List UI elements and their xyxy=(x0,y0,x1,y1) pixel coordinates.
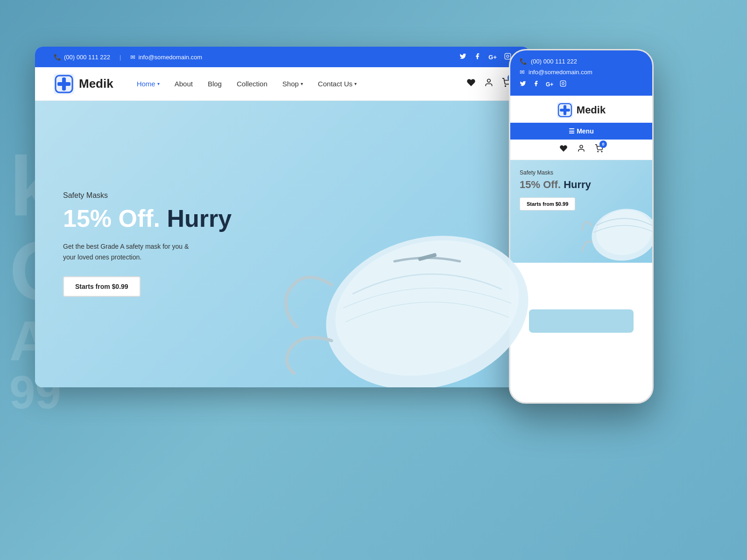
svg-point-20 xyxy=(601,151,602,152)
topbar-phone: 📞 (00) 000 111 222 xyxy=(54,54,110,61)
nav-contact[interactable]: Contact Us ▾ xyxy=(318,80,357,88)
mobile-bottom-button[interactable] xyxy=(529,309,634,333)
google-plus-icon[interactable]: G+ xyxy=(488,54,497,61)
svg-point-6 xyxy=(487,79,491,83)
mobile-account-button[interactable] xyxy=(577,144,585,155)
mobile-socials: G+ xyxy=(520,80,643,88)
mobile-cart-count: 0 xyxy=(599,140,607,148)
mobile-mask-image xyxy=(578,179,652,263)
brand-name: Medik xyxy=(79,77,113,91)
desktop-hero: Safety Masks 15% Off. Hurry Get the best… xyxy=(35,101,530,387)
hero-description: Get the best Grade A safety mask for you… xyxy=(63,241,232,262)
twitter-icon[interactable] xyxy=(459,53,466,61)
mobile-topbar: 📞 (00) 000 111 222 ✉ info@somedomain.com… xyxy=(510,50,652,96)
mobile-logo-icon xyxy=(557,102,573,118)
mobile-twitter-icon[interactable] xyxy=(520,80,526,88)
email-icon: ✉ xyxy=(130,54,135,61)
shop-dropdown-icon: ▾ xyxy=(301,81,303,86)
mobile-phone-number: (00) 000 111 222 xyxy=(531,58,577,65)
mobile-white-section xyxy=(510,263,652,309)
mobile-mockup: 📞 (00) 000 111 222 ✉ info@somedomain.com… xyxy=(509,49,654,404)
desktop-navbar: Medik Home ▾ About Blog Collection Shop … xyxy=(35,67,530,101)
mobile-instagram-icon[interactable] xyxy=(560,80,566,88)
mask-svg xyxy=(259,163,530,387)
mobile-brand-logo[interactable]: Medik xyxy=(557,102,606,118)
mobile-logo-area: Medik xyxy=(510,96,652,123)
mobile-bottom-section xyxy=(510,309,652,342)
phone-number: (00) 000 111 222 xyxy=(64,54,110,61)
nav-blog[interactable]: Blog xyxy=(208,80,222,88)
mobile-email: ✉ info@somedomain.com xyxy=(520,69,643,76)
mobile-email-address: info@somedomain.com xyxy=(529,69,592,76)
svg-point-7 xyxy=(505,86,506,87)
logo-icon xyxy=(54,74,74,94)
hero-title-part2: Hurry xyxy=(167,205,232,232)
hero-content: Safety Masks 15% Off. Hurry Get the best… xyxy=(63,191,232,297)
nav-home[interactable]: Home ▾ xyxy=(137,80,160,88)
nav-about[interactable]: About xyxy=(175,80,193,88)
account-button[interactable] xyxy=(484,78,493,90)
phone-icon: 📞 xyxy=(54,54,61,61)
svg-rect-4 xyxy=(62,77,66,91)
hero-title: 15% Off. Hurry xyxy=(63,205,232,232)
contact-dropdown-icon: ▾ xyxy=(354,81,357,86)
mobile-cart-button[interactable]: 0 xyxy=(595,144,603,155)
nav-action-icons: 0 xyxy=(466,78,511,90)
mobile-nav-icons: 0 xyxy=(510,140,652,160)
svg-point-18 xyxy=(580,145,583,148)
svg-rect-12 xyxy=(561,81,566,86)
mobile-phone-icon: 📞 xyxy=(520,58,527,65)
hero-title-part1: 15% Off. xyxy=(63,205,160,232)
mobile-phone: 📞 (00) 000 111 222 xyxy=(520,58,643,65)
svg-rect-0 xyxy=(505,53,511,59)
desktop-topbar: 📞 (00) 000 111 222 | ✉ info@somedomain.c… xyxy=(35,47,530,67)
mobile-wishlist-button[interactable] xyxy=(559,144,568,155)
svg-rect-16 xyxy=(564,105,566,115)
email-address: info@somedomain.com xyxy=(138,54,202,61)
hero-mask-image xyxy=(259,163,530,387)
mobile-menu-bar[interactable]: ☰ Menu xyxy=(510,123,652,140)
nav-collection[interactable]: Collection xyxy=(237,80,268,88)
desktop-mockup: 📞 (00) 000 111 222 | ✉ info@somedomain.c… xyxy=(35,47,530,387)
mobile-hero: Safety Masks 15% Off. Hurry Starts from … xyxy=(510,160,652,263)
topbar-email: ✉ info@somedomain.com xyxy=(130,54,202,61)
mobile-email-icon: ✉ xyxy=(520,69,525,76)
home-dropdown-icon: ▾ xyxy=(157,81,160,86)
mobile-brand-name: Medik xyxy=(577,104,606,116)
hero-cta-button[interactable]: Starts from $0.99 xyxy=(63,276,141,297)
nav-links: Home ▾ About Blog Collection Shop ▾ Cont… xyxy=(137,80,466,88)
mobile-facebook-icon[interactable] xyxy=(533,80,539,88)
topbar-divider: | xyxy=(120,54,121,61)
mobile-hero-subtitle: Safety Masks xyxy=(520,169,643,176)
mobile-menu-label: ☰ Menu xyxy=(569,127,593,135)
hero-subtitle: Safety Masks xyxy=(63,191,232,200)
svg-point-19 xyxy=(598,151,599,152)
wishlist-button[interactable] xyxy=(466,78,476,90)
topbar-social-links: G+ xyxy=(459,53,511,61)
facebook-icon[interactable] xyxy=(474,53,481,61)
brand-logo[interactable]: Medik xyxy=(54,74,113,94)
nav-shop[interactable]: Shop ▾ xyxy=(282,80,303,88)
mobile-google-plus-icon[interactable]: G+ xyxy=(546,81,553,88)
